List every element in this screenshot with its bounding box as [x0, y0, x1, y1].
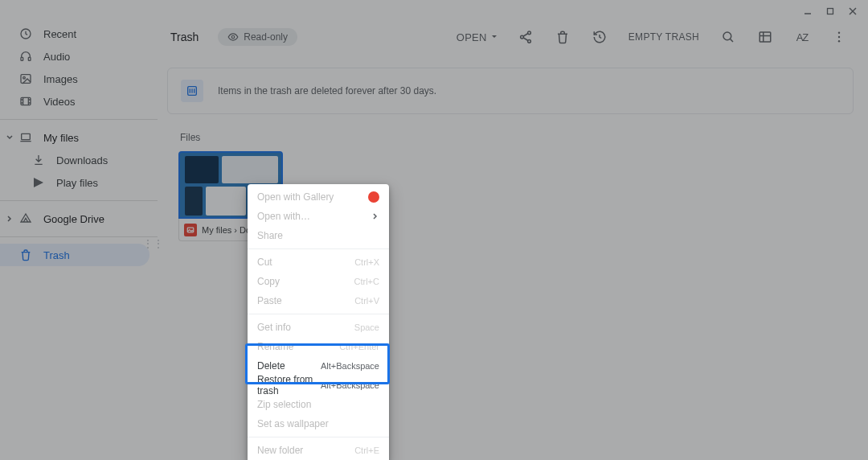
- eye-icon: [227, 31, 239, 43]
- delete-button[interactable]: [548, 23, 577, 51]
- image-file-icon: [184, 224, 197, 236]
- readonly-label: Read-only: [244, 31, 288, 43]
- divider: [0, 200, 158, 201]
- open-label: OPEN: [457, 31, 487, 43]
- svg-point-19: [838, 40, 840, 42]
- separator: [248, 437, 389, 437]
- separator: [248, 314, 389, 314]
- share-button[interactable]: [511, 23, 540, 51]
- window-minimize[interactable]: [802, 6, 813, 17]
- separator: [248, 248, 389, 249]
- context-menu: Open with Gallery Open with… Share CutCt…: [248, 184, 389, 460]
- readonly-chip: Read-only: [218, 28, 297, 46]
- divider: [0, 236, 158, 237]
- sidebar-item-label: Recent: [43, 28, 76, 40]
- ctx-delete[interactable]: DeleteAlt+Backspace: [248, 356, 389, 376]
- sidebar-item-myfiles[interactable]: My files: [0, 126, 149, 149]
- ctx-copy: CopyCtrl+C: [248, 272, 389, 291]
- banner-icon: [181, 80, 203, 102]
- ctx-cut: CutCtrl+X: [248, 253, 389, 272]
- sort-button[interactable]: AZ: [788, 23, 817, 51]
- gallery-app-icon: [368, 191, 379, 203]
- svg-point-11: [232, 35, 235, 39]
- page-title: Trash: [167, 31, 199, 43]
- ctx-wallpaper: Set as wallpaper: [248, 414, 389, 433]
- svg-rect-10: [22, 133, 31, 139]
- clock-icon: [18, 26, 34, 42]
- banner-text: Items in the trash are deleted forever a…: [218, 85, 436, 97]
- toolbar: Trash Read-only OPEN EMPTY TRASH AZ: [167, 23, 854, 51]
- sidebar-item-gdrive[interactable]: Google Drive: [0, 207, 149, 230]
- play-icon: [31, 175, 47, 191]
- ctx-getinfo: Get infoSpace: [248, 318, 389, 337]
- svg-rect-9: [21, 97, 31, 105]
- sidebar-item-label: Trash: [43, 249, 70, 261]
- files-section-label: Files: [180, 132, 854, 143]
- sidebar-item-audio[interactable]: Audio: [0, 45, 149, 68]
- chevron-right-icon: [5, 214, 14, 224]
- sidebar-item-downloads[interactable]: Downloads: [0, 149, 149, 171]
- gdrive-icon: [18, 212, 34, 225]
- svg-point-8: [23, 76, 26, 79]
- restore-button[interactable]: [585, 23, 614, 51]
- ctx-newfolder: New folderCtrl+E: [248, 441, 389, 460]
- sidebar-item-images[interactable]: Images: [0, 68, 149, 90]
- sidebar-item-label: Play files: [56, 177, 98, 189]
- sidebar-item-label: Images: [43, 73, 78, 85]
- view-toggle-button[interactable]: [751, 23, 780, 51]
- sidebar-item-recent[interactable]: Recent: [0, 23, 149, 45]
- dropdown-caret-icon: [490, 33, 498, 41]
- svg-rect-1: [828, 9, 833, 14]
- sidebar-item-label: Audio: [43, 51, 70, 63]
- sidebar: Recent Audio Images Videos My files Down…: [0, 0, 158, 460]
- sidebar-item-videos[interactable]: Videos: [0, 90, 149, 113]
- ctx-paste: PasteCtrl+V: [248, 291, 389, 310]
- ctx-share: Share: [248, 226, 389, 245]
- svg-point-18: [838, 36, 840, 38]
- sidebar-item-label: Downloads: [56, 154, 108, 166]
- window-maximize[interactable]: [825, 6, 836, 17]
- info-banner: Items in the trash are deleted forever a…: [167, 68, 854, 114]
- sidebar-item-playfiles[interactable]: Play files: [0, 171, 149, 194]
- svg-rect-6: [28, 57, 31, 60]
- ctx-restore[interactable]: Restore from trashAlt+Backspace: [248, 376, 389, 395]
- trash-icon: [18, 247, 34, 263]
- laptop-icon: [18, 131, 34, 144]
- ctx-zip: Zip selection: [248, 395, 389, 414]
- chevron-down-icon: [5, 133, 14, 142]
- sidebar-item-trash[interactable]: Trash: [0, 244, 149, 266]
- video-icon: [18, 93, 34, 109]
- svg-point-17: [838, 32, 840, 34]
- image-icon: [18, 71, 34, 87]
- divider: [0, 119, 158, 120]
- ctx-open-gallery: Open with Gallery: [248, 187, 389, 207]
- ctx-rename: RenameCtrl+Enter: [248, 337, 389, 356]
- download-icon: [31, 152, 47, 168]
- svg-rect-5: [21, 57, 23, 60]
- ctx-open-with: Open with…: [248, 207, 389, 226]
- svg-rect-16: [760, 32, 771, 42]
- sidebar-item-label: My files: [43, 132, 79, 144]
- svg-point-15: [723, 32, 731, 40]
- search-button[interactable]: [714, 23, 743, 51]
- window-close[interactable]: [847, 6, 858, 17]
- more-button[interactable]: [825, 23, 854, 51]
- empty-trash-button[interactable]: EMPTY TRASH: [622, 31, 706, 43]
- headphones-icon: [18, 48, 34, 64]
- chevron-right-icon: [371, 212, 379, 220]
- open-button[interactable]: OPEN: [452, 27, 503, 48]
- sidebar-item-label: Google Drive: [43, 213, 104, 225]
- svg-rect-7: [21, 75, 31, 84]
- sidebar-item-label: Videos: [43, 96, 76, 108]
